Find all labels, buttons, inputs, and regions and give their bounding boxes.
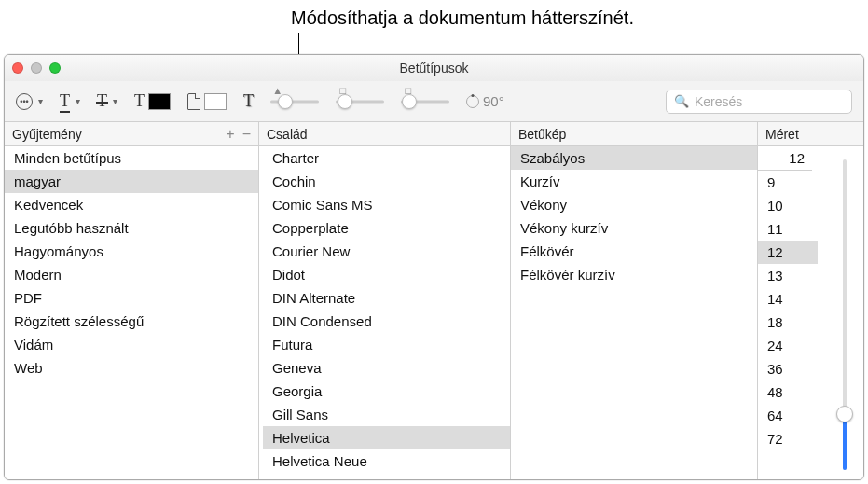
typeface-item[interactable]: Kurzív: [511, 170, 757, 193]
family-header: Család: [259, 122, 510, 146]
text-color-icon: T: [134, 91, 145, 111]
typeface-item[interactable]: Félkövér kurzív: [511, 263, 757, 286]
chevron-down-icon: ▾: [113, 96, 117, 106]
underline-icon: T: [60, 91, 70, 111]
size-list[interactable]: 91011121314182436486472: [758, 171, 818, 479]
family-column: Család CharterCochinComic Sans MSCopperp…: [259, 122, 511, 479]
text-shadow-icon: T: [243, 91, 254, 111]
typeface-item[interactable]: Vékony: [511, 193, 757, 216]
collection-item[interactable]: Web: [5, 356, 258, 380]
fonts-window: Betűtípusok ••• ▾ T ▾ T ▾ T T ▲: [4, 54, 864, 480]
size-header: Méret: [758, 122, 863, 146]
size-column: Méret 91011121314182436486472: [758, 122, 863, 479]
shadow-angle-value: 90°: [483, 93, 504, 109]
text-color-button[interactable]: T: [134, 91, 171, 111]
collection-item[interactable]: Minden betűtípus: [5, 146, 258, 170]
add-collection-button[interactable]: +: [226, 127, 234, 142]
typeface-header-label: Betűkép: [518, 127, 566, 142]
collection-item[interactable]: Modern: [5, 263, 258, 286]
family-item[interactable]: Didot: [263, 263, 510, 286]
collection-header-label: Gyűjtemény: [12, 127, 82, 142]
close-window-button[interactable]: [12, 62, 23, 74]
toolbar: ••• ▾ T ▾ T ▾ T T ▲ □: [5, 81, 863, 122]
slider-thumb[interactable]: [338, 94, 352, 109]
document-background-color-button[interactable]: [187, 93, 227, 110]
family-item[interactable]: Helvetica Neue: [263, 449, 510, 473]
typeface-item[interactable]: Félkövér: [511, 240, 757, 263]
actions-menu-button[interactable]: ••• ▾: [16, 93, 43, 110]
strikethrough-icon: T: [97, 91, 107, 111]
family-item[interactable]: Geneva: [263, 356, 510, 380]
size-item[interactable]: 10: [758, 194, 818, 217]
strikethrough-menu-button[interactable]: T ▾: [97, 91, 117, 111]
family-list[interactable]: CharterCochinComic Sans MSCopperplateCou…: [263, 146, 510, 479]
size-item[interactable]: 48: [758, 380, 818, 404]
chevron-down-icon: ▾: [38, 96, 43, 106]
text-color-swatch: [148, 93, 171, 110]
collection-item[interactable]: Rögzített szélességű: [5, 310, 258, 333]
text-shadow-button[interactable]: T: [243, 91, 254, 111]
family-item[interactable]: Gill Sans: [263, 403, 510, 426]
slider-thumb[interactable]: [402, 94, 417, 109]
typeface-column: Betűkép SzabályosKurzívVékonyVékony kurz…: [511, 122, 758, 479]
window-controls: [12, 62, 61, 74]
size-item[interactable]: 18: [758, 311, 818, 334]
typeface-item[interactable]: Szabályos: [511, 146, 757, 170]
family-item[interactable]: Futura: [263, 333, 510, 356]
columns: Gyűjtemény + − Minden betűtípusmagyarKed…: [5, 122, 863, 479]
family-item[interactable]: Copperplate: [263, 216, 510, 240]
angle-dial-icon: [466, 95, 479, 108]
family-item[interactable]: Courier New: [263, 240, 510, 263]
size-item[interactable]: 36: [758, 357, 818, 380]
search-field[interactable]: 🔍: [666, 90, 852, 114]
family-item[interactable]: Georgia: [263, 380, 510, 403]
family-item[interactable]: DIN Condensed: [263, 310, 510, 333]
size-item[interactable]: 24: [758, 334, 818, 357]
collection-item[interactable]: Vidám: [5, 333, 258, 356]
family-header-label: Család: [267, 127, 308, 142]
typeface-header: Betűkép: [511, 122, 757, 146]
size-item[interactable]: 13: [758, 264, 818, 287]
collection-header: Gyűjtemény + −: [5, 122, 258, 146]
minimize-window-button[interactable]: [31, 62, 42, 74]
collection-item[interactable]: Kedvencek: [5, 193, 258, 216]
size-item[interactable]: 9: [758, 171, 818, 194]
shadow-blur-slider[interactable]: □: [336, 92, 384, 111]
search-input[interactable]: [695, 94, 844, 109]
collection-list[interactable]: Minden betűtípusmagyarKedvencekLegutóbb …: [5, 146, 258, 479]
slider-thumb[interactable]: [278, 94, 293, 109]
page-icon: [187, 93, 200, 110]
titlebar: Betűtípusok: [5, 55, 863, 81]
zoom-window-button[interactable]: [49, 62, 61, 74]
callout-label: Módosíthatja a dokumentum hátterszínét.: [291, 7, 634, 29]
chevron-down-icon: ▾: [76, 96, 80, 106]
family-item[interactable]: DIN Alternate: [263, 286, 510, 310]
collection-item[interactable]: Legutóbb használt: [5, 216, 258, 240]
size-item[interactable]: 72: [758, 427, 818, 450]
remove-collection-button[interactable]: −: [242, 127, 251, 142]
ellipsis-circle-icon: •••: [16, 93, 33, 110]
size-item[interactable]: 12: [758, 241, 818, 264]
family-item[interactable]: Cochin: [263, 170, 510, 193]
collection-item[interactable]: PDF: [5, 286, 258, 310]
family-item[interactable]: Charter: [263, 146, 510, 170]
collection-column: Gyűjtemény + − Minden betűtípusmagyarKed…: [5, 122, 259, 479]
typeface-item[interactable]: Vékony kurzív: [511, 216, 757, 240]
typeface-list[interactable]: SzabályosKurzívVékonyVékony kurzívFélköv…: [511, 146, 757, 479]
size-item[interactable]: 11: [758, 217, 818, 241]
family-item[interactable]: Helvetica: [263, 426, 510, 449]
underline-menu-button[interactable]: T ▾: [60, 91, 80, 111]
size-input[interactable]: [758, 146, 812, 171]
collection-item[interactable]: magyar: [5, 170, 258, 193]
shadow-offset-slider[interactable]: □: [401, 92, 449, 111]
slider-thumb[interactable]: [836, 406, 853, 422]
shadow-angle-control[interactable]: 90°: [466, 93, 504, 109]
window-title: Betűtípusok: [5, 61, 863, 76]
size-slider[interactable]: [835, 159, 854, 470]
size-item[interactable]: 64: [758, 404, 818, 427]
size-item[interactable]: 14: [758, 287, 818, 311]
collection-item[interactable]: Hagyományos: [5, 240, 258, 263]
size-header-label: Méret: [765, 127, 799, 142]
family-item[interactable]: Comic Sans MS: [263, 193, 510, 216]
shadow-opacity-slider[interactable]: ▲: [270, 92, 319, 111]
